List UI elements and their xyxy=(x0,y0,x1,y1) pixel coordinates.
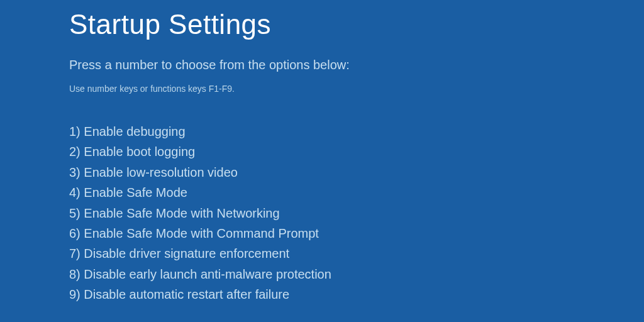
options-list: 1) Enable debugging 2) Enable boot loggi… xyxy=(69,121,619,305)
hint-text: Use number keys or functions keys F1-F9. xyxy=(69,84,619,94)
option-item-2[interactable]: 2) Enable boot logging xyxy=(69,142,619,162)
option-item-8[interactable]: 8) Disable early launch anti-malware pro… xyxy=(69,264,619,284)
option-item-9[interactable]: 9) Disable automatic restart after failu… xyxy=(69,284,619,304)
instruction-text: Press a number to choose from the option… xyxy=(69,58,619,72)
option-item-5[interactable]: 5) Enable Safe Mode with Networking xyxy=(69,203,619,223)
option-item-4[interactable]: 4) Enable Safe Mode xyxy=(69,182,619,203)
startup-settings-screen: Startup Settings Press a number to choos… xyxy=(0,0,644,305)
option-item-7[interactable]: 7) Disable driver signature enforcement xyxy=(69,243,619,264)
page-title: Startup Settings xyxy=(69,9,619,40)
option-item-6[interactable]: 6) Enable Safe Mode with Command Prompt xyxy=(69,223,619,243)
option-item-3[interactable]: 3) Enable low-resolution video xyxy=(69,162,619,182)
option-item-1[interactable]: 1) Enable debugging xyxy=(69,121,619,142)
